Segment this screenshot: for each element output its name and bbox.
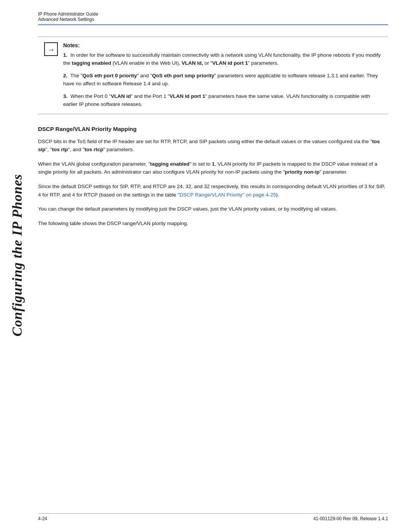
note-item-2: 2. The "QoS eth port 0 priority" and "Qo…: [63, 72, 382, 88]
note-item-1: 1. In order for the software to successf…: [63, 51, 382, 67]
notes-section: → Notes: 1. In order for the software to…: [38, 37, 388, 114]
body-para-1: DSCP bits in the ToS field of the IP hea…: [38, 137, 388, 154]
page-header: IP Phone Administrator Guide Advanced Ne…: [38, 11, 388, 25]
body-para-2: When the VLAN global configuration param…: [38, 160, 388, 176]
footer-page-number: 4-24: [38, 516, 47, 521]
body-para-3: Since the default DSCP settings for SIP,…: [38, 182, 388, 199]
dscp-link[interactable]: "DSCP Range/VLAN Priority" on page 4-25: [178, 192, 276, 198]
note-3-text: When the Port 0 "VLAN id" and the Port 1…: [63, 93, 370, 107]
notes-content: Notes: 1. In order for the software to s…: [63, 42, 382, 109]
value-1-bold: 1: [212, 161, 215, 167]
note-item-3: 3. When the Port 0 "VLAN id" and the Por…: [63, 93, 382, 109]
notes-arrow-icon: →: [44, 42, 58, 56]
note-3-bold-vlanport1: VLAN id port 1: [170, 93, 206, 99]
main-content: IP Phone Administrator Guide Advanced Ne…: [38, 0, 388, 227]
body-para-4: You can change the default parameters by…: [38, 205, 388, 213]
page-footer: 4-24 41-001129-00 Rev 09, Release 1.4.1: [38, 513, 388, 521]
footer-doc-info: 41-001129-00 Rev 09, Release 1.4.1: [313, 516, 388, 521]
tagging-enabled-bold: tagging enabled: [150, 161, 190, 167]
note-num-2: 2.: [63, 73, 67, 78]
note-1-bold-vlanid: VLAN id,: [182, 60, 203, 66]
priority-non-ip-bold: priority non-ip: [285, 169, 320, 175]
note-1-bold-vlanport: VLAN id port 1: [212, 60, 248, 66]
note-2-text: The "QoS eth port 0 priority" and "QoS e…: [63, 73, 378, 86]
note-1-bold-tagging: tagging enabled: [72, 60, 112, 66]
note-num-3: 3.: [63, 93, 67, 99]
header-line1: IP Phone Administrator Guide: [38, 11, 388, 17]
note-2-bold-qos0: QoS eth port 0 priority: [83, 73, 137, 78]
sidebar-title: Configuring the IP Phones: [9, 174, 25, 337]
tos-rtcp-bold: tos rtcp: [84, 147, 104, 152]
body-para-5: The following table shows the DSCP range…: [38, 219, 388, 228]
note-2-bold-qossmp: QoS eth port smp priority: [152, 73, 214, 78]
page-container: Configuring the IP Phones IP Phone Admin…: [0, 0, 411, 532]
section-heading: DSCP Range/VLAN Priority Mapping: [38, 126, 388, 132]
note-3-bold-vlanid: VLAN id: [111, 93, 131, 99]
tos-rtp-bold: tos rtp: [52, 147, 68, 152]
note-1-text: In order for the software to successfull…: [63, 52, 381, 66]
note-num-1: 1.: [63, 52, 67, 58]
sidebar: Configuring the IP Phones: [0, 0, 34, 510]
header-line2: Advanced Network Settings: [38, 17, 388, 22]
notes-title: Notes:: [63, 42, 382, 48]
